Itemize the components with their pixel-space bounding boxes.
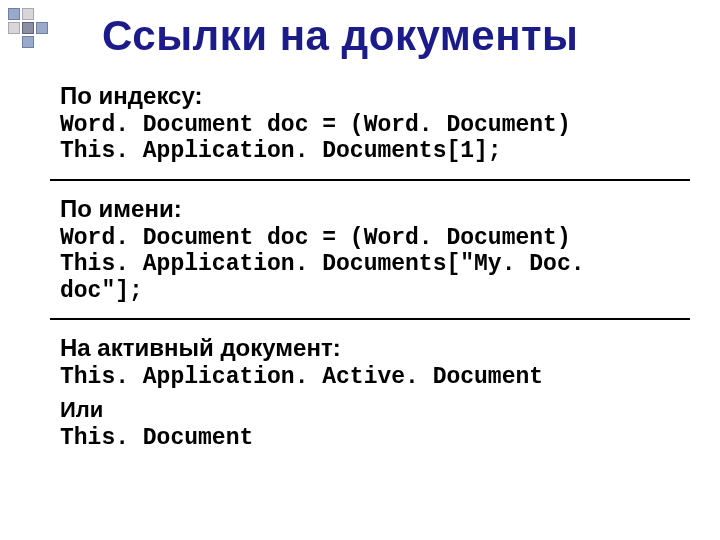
section-active: На активный документ: This. Application.… xyxy=(60,334,680,451)
code-by-name-line1: Word. Document doc = (Word. Document) xyxy=(60,225,680,251)
slide-title: Ссылки на документы xyxy=(102,12,578,60)
slide-content: По индексу: Word. Document doc = (Word. … xyxy=(60,82,680,457)
code-active-line2: This. Document xyxy=(60,425,680,451)
label-or: Или xyxy=(60,397,680,423)
code-active-line1: This. Application. Active. Document xyxy=(60,364,680,390)
section-by-name: По имени: Word. Document doc = (Word. Do… xyxy=(60,195,680,304)
code-by-index-line2: This. Application. Documents[1]; xyxy=(60,138,680,164)
section-by-index: По индексу: Word. Document doc = (Word. … xyxy=(60,82,680,165)
code-by-index-line1: Word. Document doc = (Word. Document) xyxy=(60,112,680,138)
divider xyxy=(50,318,690,320)
label-active: На активный документ: xyxy=(60,334,680,362)
label-by-index: По индексу: xyxy=(60,82,680,110)
slide: Ссылки на документы По индексу: Word. Do… xyxy=(0,0,720,540)
corner-decoration xyxy=(8,8,48,48)
divider xyxy=(50,179,690,181)
label-by-name: По имени: xyxy=(60,195,680,223)
code-by-name-line2: This. Application. Documents["My. Doc. d… xyxy=(60,251,680,304)
